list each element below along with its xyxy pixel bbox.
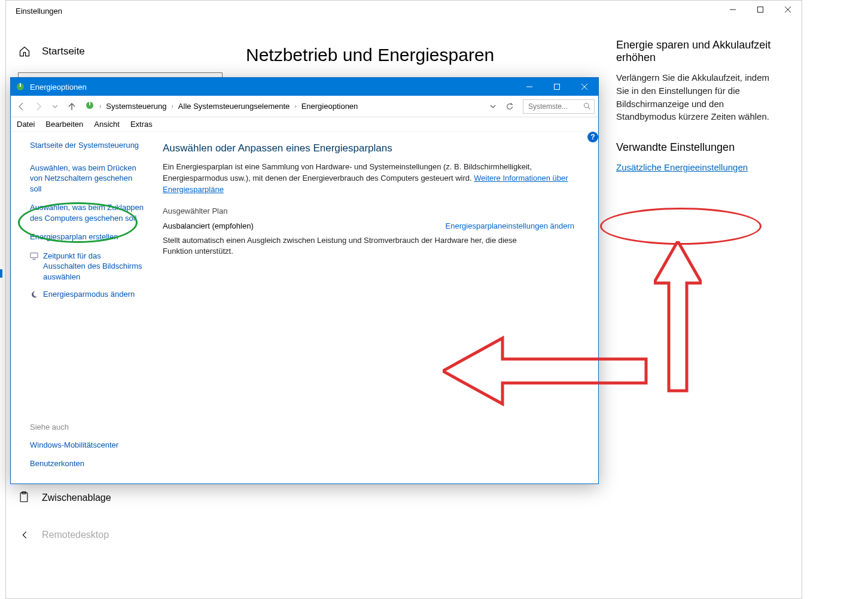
cp-minimize-button[interactable] xyxy=(516,78,543,96)
cp-address-bar: › Systemsteuerung › Alle Systemsteuerung… xyxy=(11,96,598,117)
svg-rect-11 xyxy=(555,84,560,90)
chevron-right-icon: › xyxy=(172,103,173,110)
chevron-icon xyxy=(18,528,31,542)
nav-item-remotedesktop[interactable]: Remotedesktop xyxy=(18,522,230,548)
right-heading-2: Verwandte Einstellungen xyxy=(616,141,784,154)
nav-home[interactable]: Startseite xyxy=(18,39,230,70)
cp-see-also-mobility[interactable]: Windows-Mobilitätscenter xyxy=(30,440,145,451)
forward-button[interactable] xyxy=(31,99,45,114)
cp-see-also-label: Siehe auch xyxy=(30,422,145,431)
cp-content-heading: Auswählen oder Anpassen eines Energiespa… xyxy=(163,142,574,154)
cp-plan-description: Stellt automatisch einen Ausgleich zwisc… xyxy=(163,235,546,258)
up-button[interactable] xyxy=(65,99,79,114)
cp-sidebar-link-bildschirm[interactable]: Zeitpunkt für das Ausschalten des Bildsc… xyxy=(43,251,145,282)
cp-plan-name: Ausbalanciert (empfohlen) xyxy=(163,221,254,230)
svg-line-18 xyxy=(588,107,590,109)
settings-right-panel: Energie sparen und Akkulaufzeit erhöhen … xyxy=(604,39,784,598)
menu-datei[interactable]: Datei xyxy=(17,120,35,129)
search-icon xyxy=(583,102,590,111)
help-icon[interactable]: ? xyxy=(587,132,598,142)
menu-ansicht[interactable]: Ansicht xyxy=(94,120,120,129)
settings-window-title: Einstellungen xyxy=(16,7,62,16)
nav-item-label: Zwischenablage xyxy=(42,492,111,503)
svg-rect-1 xyxy=(758,7,763,13)
maximize-button[interactable] xyxy=(747,1,774,19)
cp-sidebar-link-erstellen[interactable]: Energiesparplan erstellen xyxy=(30,232,145,242)
recent-dropdown[interactable] xyxy=(48,99,62,114)
cp-sidebar-link-netzschalter[interactable]: Auswählen, was beim Drücken von Netzscha… xyxy=(30,163,145,194)
breadcrumb[interactable]: › Systemsteuerung › Alle Systemsteuerung… xyxy=(81,101,483,112)
cp-window-title: Energieoptionen xyxy=(30,83,87,92)
cp-plan-change-link[interactable]: Energiesparplaneinstellungen ändern xyxy=(446,221,574,230)
svg-rect-9 xyxy=(20,83,21,87)
chevron-right-icon: › xyxy=(99,103,101,110)
nav-item-label: Remotedesktop xyxy=(42,530,109,540)
cp-sidebar-link-energiesparmodus[interactable]: Energiesparmodus ändern xyxy=(43,289,135,300)
svg-point-17 xyxy=(584,103,589,108)
nav-home-label: Startseite xyxy=(42,45,85,57)
control-panel-window: Energieoptionen xyxy=(10,77,599,484)
svg-rect-16 xyxy=(89,102,90,105)
svg-rect-19 xyxy=(31,253,38,258)
home-icon xyxy=(18,45,31,58)
cp-menubar: Datei Bearbeiten Ansicht Extras xyxy=(11,117,598,132)
cp-content: ? Auswählen oder Anpassen eines Energies… xyxy=(154,132,598,484)
left-accent-marker xyxy=(0,269,2,278)
link-zusatzliche-energieeinstellungen[interactable]: Zusätzliche Energieeinstellungen xyxy=(616,162,748,172)
cp-search-box[interactable] xyxy=(523,99,595,114)
cp-see-also-benutzerkonten[interactable]: Benutzerkonten xyxy=(30,458,145,469)
back-button[interactable] xyxy=(14,99,29,114)
cp-sidebar: Startseite der Systemsteuerung Auswählen… xyxy=(11,132,154,484)
cp-maximize-button[interactable] xyxy=(543,78,571,96)
moon-icon xyxy=(30,290,38,299)
cp-sidebar-home[interactable]: Startseite der Systemsteuerung xyxy=(30,140,145,151)
minimize-button[interactable] xyxy=(719,1,747,19)
refresh-button[interactable] xyxy=(502,99,517,114)
cp-close-button[interactable] xyxy=(571,78,598,96)
breadcrumb-dropdown[interactable] xyxy=(486,99,500,114)
cp-search-input[interactable] xyxy=(527,102,583,111)
breadcrumb-item[interactable]: Energieoptionen xyxy=(301,102,358,111)
settings-page-title: Netzbetrieb und Energiesparen xyxy=(246,45,604,65)
display-icon xyxy=(30,252,38,260)
cp-sidebar-link-zuklappen[interactable]: Auswählen, was beim Zuklappen des Comput… xyxy=(30,202,145,223)
cp-subheading: Ausgewählter Plan xyxy=(163,206,574,215)
right-text-1: Verlängern Sie die Akkulaufzeit, indem S… xyxy=(616,71,784,123)
menu-bearbeiten[interactable]: Bearbeiten xyxy=(45,120,83,129)
control-panel-icon xyxy=(85,101,95,112)
cp-content-description: Ein Energiesparplan ist eine Sammlung vo… xyxy=(163,162,574,196)
nav-item-zwischenablage[interactable]: Zwischenablage xyxy=(18,485,230,510)
breadcrumb-item[interactable]: Systemsteuerung xyxy=(106,102,166,111)
settings-titlebar[interactable]: Einstellungen xyxy=(6,1,802,21)
chevron-right-icon: › xyxy=(294,103,296,110)
close-button[interactable] xyxy=(774,1,802,19)
svg-rect-6 xyxy=(20,493,28,502)
cp-titlebar[interactable]: Energieoptionen xyxy=(11,78,598,96)
menu-extras[interactable]: Extras xyxy=(130,120,153,129)
clipboard-icon xyxy=(18,491,31,504)
power-icon xyxy=(16,82,25,92)
breadcrumb-item[interactable]: Alle Systemsteuerungselemente xyxy=(178,102,290,111)
right-heading-1: Energie sparen und Akkulaufzeit erhöhen xyxy=(616,39,784,64)
